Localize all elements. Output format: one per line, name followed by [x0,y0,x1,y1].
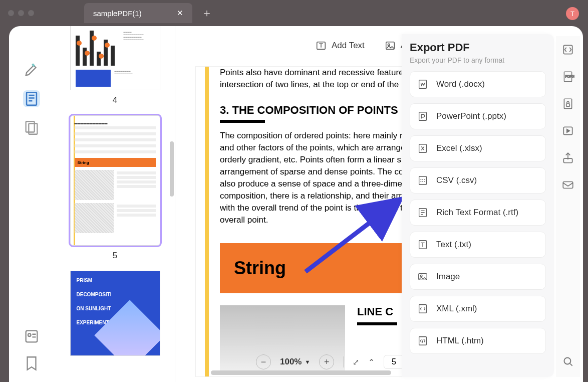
search-icon[interactable] [561,355,574,368]
left-tool-rail [9,61,54,136]
csv-icon [417,175,428,186]
export-panel: Export PDF Export your PDF to any format… [402,34,554,377]
document-tab[interactable]: samplePDF(1) ✕ [84,3,192,23]
thumbnail-panel: ▬▬▬▬▬▬▬▬▬▬▬▬▬▬▬▬▬▬▬▬▬▬▬▬▬▬▬▬▬▬▬▬▬ ▬▬▬▬▬▬… [55,26,175,382]
txt-icon [417,239,428,250]
excel-icon [417,143,428,154]
fit-page-button[interactable]: ⤢ [353,357,359,367]
page-number-input[interactable]: 5 [384,355,404,369]
svg-rect-26 [563,182,573,188]
page-thumbnail-5[interactable]: ▬▬▬▬▬▬▬▬▬▬▬ String [70,115,160,246]
thumbnails-panel-icon[interactable] [23,90,40,107]
window-controls [8,10,34,16]
convert-icon[interactable] [561,43,574,56]
zoom-level[interactable]: 100% ▼ [280,357,310,367]
export-xlsx-button[interactable]: Excel (.xlsx) [410,135,546,161]
minimize-window-icon[interactable] [18,10,24,16]
zoom-out-button[interactable]: − [256,354,271,369]
close-tab-icon[interactable]: ✕ [177,9,183,18]
export-subtitle: Export your PDF to any format [410,56,546,64]
maximize-window-icon[interactable] [28,10,34,16]
page-controls: − 100% ▼ + ⤢ ⌃ 5 [256,354,404,369]
export-xml-button[interactable]: XML (.xml) [410,296,546,322]
slideshow-icon[interactable] [561,124,574,137]
scroll-top-button[interactable]: ⌃ [368,357,375,367]
image-icon [417,271,428,282]
svg-point-16 [420,275,422,277]
zoom-in-button[interactable]: + [319,354,334,369]
ppt-icon [417,111,428,122]
bookmark-tool-icon[interactable] [23,355,40,372]
app-window: ▬▬▬▬▬▬▬▬▬▬▬▬▬▬▬▬▬▬▬▬▬▬▬▬▬▬▬▬▬▬▬▬▬ ▬▬▬▬▬▬… [9,26,583,382]
export-ppt-button[interactable]: PowerPoint (.pptx) [410,103,546,129]
svg-rect-10 [419,112,427,121]
heading-rule [220,120,265,123]
thumb-4-label: 4 [113,95,117,105]
svg-rect-9 [419,80,427,89]
page-thumbnail-6[interactable]: PRISM DECOMPOSITI ON SUNLIGHT EXPERIMENT [70,271,160,356]
svg-rect-12 [419,176,427,185]
export-word-button[interactable]: Word (.docx) [410,71,546,97]
svg-point-27 [564,357,570,364]
export-image-button[interactable]: Image [410,264,546,290]
word-icon [417,79,428,90]
user-avatar[interactable]: T [566,7,579,20]
svg-rect-0 [27,92,37,105]
svg-text:PDF/A: PDF/A [565,75,574,78]
export-txt-button[interactable]: Text (.txt) [410,232,546,258]
title-bar: samplePDF(1) ✕ ＋ T [0,0,588,26]
svg-point-7 [388,44,390,46]
add-text-label: Add Text [332,41,365,51]
highlighter-tool-icon[interactable] [23,61,40,78]
add-text-button[interactable]: Add Text [316,40,365,51]
html-icon [417,335,428,346]
right-tool-rail: PDF/A [556,36,580,377]
export-title: Export PDF [410,41,546,54]
subheading-rule [357,322,397,325]
export-csv-button[interactable]: CSV (.csv) [410,167,546,194]
mail-icon[interactable] [561,178,574,192]
page-toolbar: Add Text A [316,40,406,51]
form-tool-icon[interactable] [23,328,40,345]
thumbnail-scrollbar[interactable] [170,141,174,197]
pages-tool-icon[interactable] [23,119,40,136]
pdfa-icon[interactable]: PDF/A [561,70,574,83]
svg-rect-23 [566,104,570,106]
export-rtf-button[interactable]: Rich Text Format (.rtf) [410,200,546,226]
tab-title: samplePDF(1) [93,9,142,18]
thumb-5-label: 5 [113,251,117,261]
page-subheading: LINE C [357,305,397,318]
page-h-scrollbar[interactable] [211,370,391,375]
svg-rect-3 [26,331,38,342]
page-thumbnail-4[interactable]: ▬▬▬▬▬▬▬▬▬▬▬▬▬▬▬▬▬▬▬▬▬▬▬▬▬▬▬▬▬▬▬▬▬ ▬▬▬▬▬▬… [70,26,160,90]
svg-rect-6 [386,42,395,50]
rtf-icon [417,207,428,218]
share-icon[interactable] [561,151,574,164]
page-view: Add Text A Points also have dominant and… [185,31,583,382]
xml-icon [417,303,428,314]
protect-icon[interactable] [561,97,574,110]
new-tab-button[interactable]: ＋ [201,6,212,21]
left-rail-bottom [9,328,54,372]
svg-point-4 [28,333,31,336]
close-window-icon[interactable] [8,10,14,16]
export-html-button[interactable]: HTML (.htm) [410,328,546,354]
